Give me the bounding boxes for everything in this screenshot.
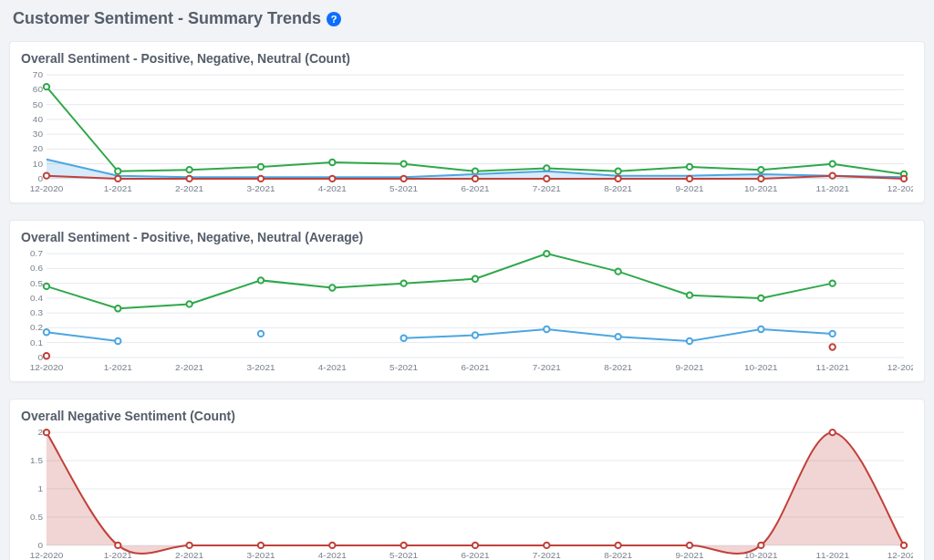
help-icon[interactable]: ?	[327, 12, 341, 26]
x-tick-label: 5-2021	[389, 362, 418, 372]
chart-series	[44, 84, 907, 177]
chart-marker	[44, 284, 49, 289]
chart-marker	[258, 164, 264, 170]
chart-plot-area[interactable]: 00.511.5212-20201-20212-20213-20214-2021…	[21, 427, 913, 560]
x-tick-label: 4-2021	[318, 183, 347, 193]
chart-marker	[329, 543, 335, 548]
chart-marker	[186, 176, 192, 181]
y-tick-label: 2	[37, 427, 43, 437]
chart-title: Overall Sentiment - Positive, Negative, …	[21, 51, 913, 66]
x-tick-label: 4-2021	[318, 362, 347, 372]
x-tick-label: 9-2021	[675, 183, 703, 193]
y-tick-label: 0	[37, 352, 43, 362]
chart-marker	[186, 543, 192, 548]
x-tick-label: 8-2021	[604, 183, 632, 193]
chart-marker	[829, 430, 835, 435]
y-tick-label: 70	[33, 69, 44, 79]
x-tick-label: 7-2021	[533, 183, 561, 193]
y-tick-label: 50	[33, 99, 44, 109]
chart-marker	[115, 306, 120, 311]
chart-marker	[544, 176, 549, 181]
chart-marker	[44, 430, 49, 435]
x-tick-label: 7-2021	[533, 550, 561, 560]
x-tick-label: 8-2021	[604, 362, 632, 372]
chart-marker	[115, 338, 120, 344]
chart-marker	[329, 160, 335, 165]
chart-marker	[758, 176, 763, 181]
x-tick-label: 6-2021	[461, 550, 489, 560]
chart-marker	[258, 543, 264, 548]
x-tick-label: 7-2021	[533, 362, 561, 372]
x-tick-label: 11-2021	[815, 183, 849, 193]
chart-marker	[615, 334, 620, 339]
x-tick-label: 12-2021	[887, 362, 913, 372]
x-tick-label: 2-2021	[175, 183, 203, 193]
x-tick-label: 10-2021	[744, 183, 778, 193]
chart-title: Overall Negative Sentiment (Count)	[21, 409, 913, 423]
chart-svg: 00.10.20.30.40.50.60.712-20201-20212-202…	[21, 248, 913, 376]
chart-marker	[758, 327, 763, 332]
chart-marker	[400, 161, 406, 166]
chart-marker	[687, 292, 692, 297]
chart-marker	[901, 543, 907, 548]
x-tick-label: 1-2021	[104, 362, 132, 372]
chart-marker	[544, 543, 549, 548]
chart-marker	[115, 169, 120, 174]
x-tick-label: 1-2021	[104, 183, 132, 193]
chart-marker	[329, 285, 335, 290]
page-title: Customer Sentiment - Summary Trends	[13, 9, 321, 28]
x-tick-label: 3-2021	[246, 550, 275, 560]
chart-marker	[687, 176, 692, 181]
chart-marker	[400, 336, 406, 341]
y-tick-label: 20	[33, 143, 44, 153]
x-tick-label: 9-2021	[675, 362, 703, 372]
y-tick-label: 0.4	[30, 293, 43, 303]
chart-marker	[44, 172, 49, 178]
x-tick-label: 12-2021	[887, 183, 913, 193]
chart-marker	[829, 161, 835, 166]
y-tick-label: 0.5	[30, 512, 43, 522]
y-tick-label: 0.2	[30, 322, 43, 332]
chart-marker	[829, 344, 835, 349]
y-tick-label: 10	[33, 159, 44, 169]
chart-marker	[829, 172, 835, 178]
x-tick-label: 12-2020	[30, 362, 64, 372]
chart-marker	[615, 169, 620, 174]
x-tick-label: 12-2020	[30, 550, 64, 560]
chart-series	[44, 344, 835, 358]
x-tick-label: 10-2021	[744, 362, 778, 372]
chart-marker	[44, 353, 49, 358]
chart-marker	[758, 543, 763, 548]
chart-card-overall-count: Overall Sentiment - Positive, Negative, …	[9, 41, 925, 203]
chart-marker	[615, 543, 620, 548]
chart-plot-area[interactable]: 01020304050607012-20201-20212-20213-2021…	[21, 69, 913, 197]
chart-series	[44, 251, 835, 312]
y-tick-label: 0.5	[30, 278, 43, 288]
chart-series	[44, 327, 835, 344]
y-tick-label: 0.6	[30, 263, 43, 273]
chart-marker	[115, 176, 120, 181]
chart-svg: 00.511.5212-20201-20212-20213-20214-2021…	[21, 427, 913, 560]
y-tick-label: 0.7	[30, 248, 43, 258]
x-tick-label: 3-2021	[246, 362, 275, 372]
x-tick-label: 2-2021	[175, 362, 203, 372]
page-header: Customer Sentiment - Summary Trends ?	[13, 9, 925, 28]
chart-marker	[258, 277, 264, 283]
chart-marker	[186, 167, 192, 172]
chart-plot-area[interactable]: 00.10.20.30.40.50.60.712-20201-20212-202…	[21, 248, 913, 376]
chart-marker	[400, 543, 406, 548]
chart-marker	[258, 331, 264, 337]
y-tick-label: 40	[33, 114, 44, 124]
chart-card-negative-count: Overall Negative Sentiment (Count) 00.51…	[9, 399, 925, 560]
chart-card-overall-average: Overall Sentiment - Positive, Negative, …	[9, 220, 925, 382]
x-tick-label: 6-2021	[461, 183, 489, 193]
chart-marker	[687, 338, 692, 344]
y-tick-label: 60	[33, 84, 44, 94]
chart-marker	[829, 280, 835, 285]
chart-marker	[115, 543, 120, 548]
chart-marker	[758, 167, 763, 172]
chart-marker	[615, 176, 620, 181]
x-tick-label: 9-2021	[675, 550, 703, 560]
x-tick-label: 2-2021	[175, 550, 203, 560]
chart-marker	[400, 280, 406, 285]
